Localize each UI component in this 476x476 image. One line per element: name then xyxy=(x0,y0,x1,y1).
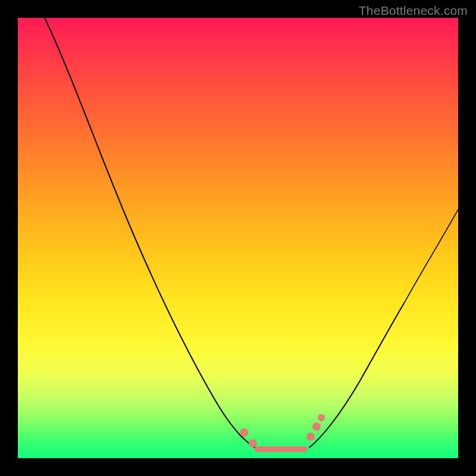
marker-dot xyxy=(240,428,248,437)
marker-dot xyxy=(318,414,325,421)
marker-dot xyxy=(312,422,321,431)
plot-area xyxy=(18,18,458,458)
chart-frame: TheBottleneck.com xyxy=(0,0,476,476)
chart-svg xyxy=(18,18,458,458)
marker-dot xyxy=(306,433,315,441)
right-curve-upper xyxy=(405,209,458,302)
right-curve-lower xyxy=(309,302,405,447)
left-curve xyxy=(45,18,255,447)
marker-dot xyxy=(249,439,257,447)
watermark-text: TheBottleneck.com xyxy=(359,4,468,18)
